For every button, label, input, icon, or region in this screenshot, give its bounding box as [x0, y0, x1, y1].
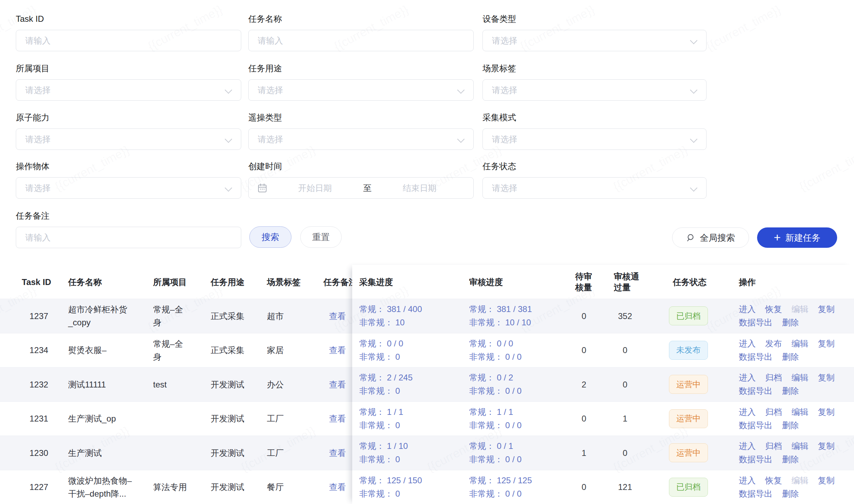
op-link[interactable]: 删除 — [782, 316, 799, 329]
reset-button[interactable]: 重置 — [300, 226, 342, 248]
filter-label: 操作物体 — [16, 162, 241, 171]
filter-label: 任务状态 — [482, 162, 707, 171]
op-link[interactable]: 编辑 — [791, 474, 808, 487]
cell-task-name: 测试11111 — [68, 367, 149, 402]
cell-purpose: 开发测试 — [211, 402, 263, 436]
create-task-button[interactable]: + 新建任务 — [757, 227, 837, 248]
cell-collect-progress: 常规： 2 / 245非常规： 0 — [359, 367, 465, 402]
cell-pending-count: 0 — [566, 402, 602, 436]
op-link[interactable]: 数据导出 — [739, 487, 773, 500]
cell-collect-progress: 常规： 1 / 1非常规： 0 — [359, 402, 465, 436]
task-name-input[interactable]: 请输入 — [248, 30, 474, 51]
cell-task-id: 1227 — [29, 470, 65, 504]
op-link[interactable]: 复制 — [818, 439, 835, 453]
op-link[interactable]: 进入 — [739, 474, 756, 487]
op-link[interactable]: 进入 — [739, 303, 756, 316]
op-link[interactable]: 复制 — [818, 474, 835, 487]
op-link[interactable]: 数据导出 — [739, 350, 773, 364]
cell-project — [153, 402, 202, 436]
chevron-down-icon — [457, 86, 465, 94]
teleop-type-select[interactable]: 请选择 — [248, 128, 474, 150]
scene-tag-select[interactable]: 请选择 — [482, 79, 707, 101]
status-badge: 已归档 — [669, 306, 708, 325]
cell-pending-count: 2 — [566, 367, 602, 402]
op-link[interactable]: 数据导出 — [739, 419, 773, 432]
view-remark-link[interactable]: 查看 — [329, 299, 354, 333]
op-link[interactable]: 复制 — [818, 337, 835, 350]
task-purpose-select[interactable]: 请选择 — [248, 79, 474, 101]
view-remark-link[interactable]: 查看 — [329, 367, 354, 402]
op-link[interactable]: 删除 — [782, 384, 799, 398]
header-approved-count: 审核通过量 — [614, 265, 639, 299]
filter-label: 场景标签 — [482, 64, 707, 73]
op-link[interactable]: 归档 — [765, 405, 782, 419]
cell-purpose: 开发测试 — [211, 367, 263, 402]
op-link[interactable]: 删除 — [782, 419, 799, 432]
op-link[interactable]: 归档 — [765, 439, 782, 453]
cell-purpose: 正式采集 — [211, 299, 263, 333]
search-button[interactable]: 搜索 — [249, 226, 291, 248]
cell-task-name: 微波炉加热食物–干扰–depth降... — [68, 470, 149, 504]
view-remark-link[interactable]: 查看 — [329, 436, 354, 470]
global-search-button[interactable]: 全局搜索 — [672, 227, 749, 248]
task-id-input[interactable]: 请输入 — [16, 30, 241, 51]
op-link[interactable]: 编辑 — [791, 303, 808, 316]
status-badge: 运营中 — [669, 375, 708, 394]
cell-review-progress: 常规： 1 / 1非常规： 0 / 0 — [469, 402, 574, 436]
filter-field-task-remark: 任务备注 请输入 — [16, 212, 241, 248]
op-link[interactable]: 进入 — [739, 337, 756, 350]
op-link[interactable]: 进入 — [739, 371, 756, 384]
op-link[interactable]: 删除 — [782, 487, 799, 500]
date-range-input[interactable]: 开始日期 至 结束日期 — [248, 177, 474, 199]
date-start-placeholder[interactable]: 开始日期 — [270, 183, 360, 194]
cell-scene: 工厂 — [267, 436, 320, 470]
op-link[interactable]: 复制 — [818, 405, 835, 419]
cell-scene: 超市 — [267, 299, 320, 333]
filter-field-operate-object: 操作物体 请选择 — [16, 162, 241, 199]
placeholder-text: 请选择 — [258, 85, 283, 96]
atomic-ability-select[interactable]: 请选择 — [16, 128, 241, 150]
op-link[interactable]: 复制 — [818, 371, 835, 384]
header-task-id: Task ID — [22, 265, 51, 299]
header-review-progress: 审核进度 — [469, 265, 503, 299]
op-link[interactable]: 数据导出 — [739, 384, 773, 398]
cell-approved-count: 121 — [606, 470, 644, 504]
cell-approved-count: 1 — [606, 402, 644, 436]
op-link[interactable]: 进入 — [739, 405, 756, 419]
header-scene: 场景标签 — [267, 265, 301, 299]
project-select[interactable]: 请选择 — [16, 79, 241, 101]
device-type-select[interactable]: 请选择 — [482, 30, 707, 51]
op-link[interactable]: 编辑 — [791, 439, 808, 453]
op-link[interactable]: 恢复 — [765, 303, 782, 316]
op-link[interactable]: 数据导出 — [739, 316, 773, 329]
task-remark-input[interactable]: 请输入 — [16, 227, 241, 248]
view-remark-link[interactable]: 查看 — [329, 470, 354, 504]
op-link[interactable]: 编辑 — [791, 371, 808, 384]
view-remark-link[interactable]: 查看 — [329, 402, 354, 436]
collect-mode-select[interactable]: 请选择 — [482, 128, 707, 150]
op-link[interactable]: 编辑 — [791, 337, 808, 350]
op-link[interactable]: 编辑 — [791, 405, 808, 419]
view-remark-link[interactable]: 查看 — [329, 333, 354, 367]
filter-field-task-purpose: 任务用途 请选择 — [248, 64, 474, 101]
chevron-down-icon — [457, 135, 465, 143]
op-link[interactable]: 删除 — [782, 453, 799, 466]
date-end-placeholder[interactable]: 结束日期 — [374, 183, 465, 194]
cell-pending-count: 0 — [566, 299, 602, 333]
task-status-select[interactable]: 请选择 — [482, 177, 707, 199]
op-link[interactable]: 进入 — [739, 439, 756, 453]
page: { "watermark": { "text": "{{current_time… — [0, 0, 854, 504]
op-link[interactable]: 归档 — [765, 371, 782, 384]
op-link[interactable]: 删除 — [782, 350, 799, 364]
op-link[interactable]: 数据导出 — [739, 453, 773, 466]
operate-object-select[interactable]: 请选择 — [16, 177, 241, 199]
cell-scene: 办公 — [267, 367, 320, 402]
cell-approved-count: 0 — [606, 436, 644, 470]
op-link[interactable]: 复制 — [818, 303, 835, 316]
cell-purpose: 开发测试 — [211, 470, 263, 504]
placeholder-text: 请选择 — [492, 35, 517, 46]
op-link[interactable]: 发布 — [765, 337, 782, 350]
placeholder-text: 请输入 — [25, 35, 51, 46]
op-link[interactable]: 恢复 — [765, 474, 782, 487]
cell-approved-count: 352 — [606, 299, 644, 333]
